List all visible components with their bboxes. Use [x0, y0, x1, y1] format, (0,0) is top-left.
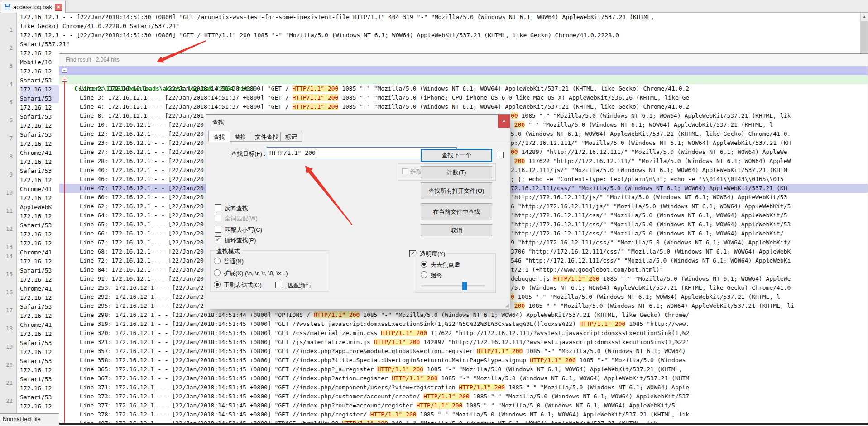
editor-line[interactable]: Safari/53: [20, 266, 52, 275]
find-next-button[interactable]: 查找下一个: [421, 149, 492, 162]
result-row[interactable]: Line 365: 172.16.12.1 - - [22/Jan/2018:1…: [59, 365, 868, 374]
resize-grip-icon[interactable]: ◢: [505, 302, 509, 308]
editor-line[interactable]: Safari/53: [20, 167, 52, 176]
editor-line[interactable]: Safari/53: [20, 302, 52, 311]
editor-line[interactable]: 172.16.12: [20, 158, 52, 167]
editor-line[interactable]: 172.16.12: [20, 121, 52, 130]
scroll-up-icon[interactable]: ▲: [861, 13, 868, 19]
dot-matches-newline-checkbox[interactable]: [275, 282, 282, 288]
editor-line[interactable]: 172.16.12: [20, 402, 52, 411]
dialog-tab-find-in-files[interactable]: 文件查找: [250, 132, 283, 142]
scrollbar-thumb[interactable]: [861, 21, 868, 53]
text-caret: [316, 149, 316, 156]
dialog-tab-find[interactable]: 查找: [208, 131, 230, 142]
dialog-tab-mark[interactable]: 标记: [280, 132, 302, 142]
wrap-around-checkbox[interactable]: [215, 236, 221, 243]
editor-line[interactable]: 172.16.12: [20, 330, 52, 339]
editor-vertical-scrollbar[interactable]: ▲: [860, 13, 868, 53]
result-row[interactable]: Line 373: 172.16.12.1 - - [22/Jan/2018:1…: [59, 392, 868, 401]
find-next-extra-checkbox[interactable]: [497, 152, 504, 158]
tab-access-log[interactable]: access.log.bak ✕: [1, 1, 66, 13]
editor-line[interactable]: 172.16.12: [20, 194, 52, 203]
editor-line[interactable]: Chrome/41: [20, 185, 52, 194]
mode-extended-radio[interactable]: [214, 269, 221, 276]
editor-line[interactable]: 172.16.12: [20, 257, 52, 266]
result-row[interactable]: Line 371: 172.16.12.1 - - [22/Jan/2018:1…: [59, 383, 868, 392]
editor-line[interactable]: 172.16.12: [20, 239, 52, 248]
transparency-slider-handle[interactable]: [462, 282, 467, 290]
editor-line[interactable]: Safari/53: [20, 375, 52, 384]
result-row[interactable]: Line 321: 172.16.12.1 - - [22/Jan/2018:1…: [59, 338, 868, 347]
editor-line[interactable]: Safari/53: [20, 393, 52, 402]
find-all-current-doc-button[interactable]: 在当前文件中查找: [421, 203, 492, 220]
count-button[interactable]: 计数(T): [421, 166, 492, 178]
result-row[interactable]: Line 298: 172.16.12.1 - - [22/Jan/2018:1…: [59, 311, 868, 320]
dialog-tab-replace[interactable]: 替换: [230, 132, 251, 142]
transparency-always-radio[interactable]: [421, 271, 427, 278]
editor-line[interactable]: 172.16.12: [20, 176, 52, 185]
editor-line[interactable]: 172.16.12: [20, 212, 52, 221]
editor-line[interactable]: like Gecko) Chrome/41.0.2228.0 Safari/53…: [20, 22, 179, 31]
editor-line[interactable]: Safari/53: [20, 94, 59, 103]
search-header-row[interactable]: Search "HTTP/1.1" 200" (2064 hits in 1 f…: [59, 66, 868, 75]
line-number: 8: [9, 152, 13, 161]
editor-line[interactable]: Safari/537.21": [20, 40, 70, 49]
tab-close-icon[interactable]: ✕: [55, 4, 62, 11]
transparency-checkbox[interactable]: [409, 250, 416, 257]
editor-line[interactable]: 172.16.12: [20, 230, 52, 239]
editor-line[interactable]: 172.16.12.1 - - [22/Jan/2018:14:51:30 +0…: [20, 31, 619, 40]
editor-line[interactable]: Safari/53: [20, 130, 52, 139]
find-dialog[interactable]: 查找 ✕ 查找 替换 文件查找 标记 查找目标(F) : HTTP/1.1" 2…: [206, 114, 510, 309]
result-row[interactable]: Line 320: 172.16.12.1 - - [22/Jan/2018:1…: [59, 329, 868, 338]
editor-line[interactable]: 172.16.12: [20, 311, 52, 321]
dialog-close-icon[interactable]: ✕: [498, 115, 510, 128]
result-row[interactable]: Line 377: 172.16.12.1 - - [22/Jan/2018:1…: [59, 401, 868, 410]
editor-line[interactable]: 172.16.12.1 - - [22/Jan/2018:14:51:30 +0…: [20, 13, 654, 22]
editor-line[interactable]: 172.16.12: [20, 293, 52, 302]
find-all-open-docs-button[interactable]: 查找所有打开文件(O): [421, 182, 492, 199]
editor-line[interactable]: 172.16.12: [20, 366, 52, 375]
match-case-checkbox[interactable]: [215, 226, 221, 233]
editor-line[interactable]: 172.16.12: [20, 103, 52, 112]
editor-line[interactable]: 172.16.12: [20, 67, 52, 76]
cancel-button[interactable]: 取消: [421, 224, 492, 236]
result-row[interactable]: Line 367: 172.16.12.1 - - [22/Jan/2018:1…: [59, 374, 868, 383]
editor-line[interactable]: Chrome/41: [20, 284, 52, 293]
editor-line[interactable]: 172.16.12: [20, 384, 52, 393]
transparency-slider-track[interactable]: [422, 285, 485, 287]
transparency-label: 透明度(Y): [418, 250, 447, 258]
result-row[interactable]: Line 3: 172.16.12.1 - - [22/Jan/2018:14:…: [59, 93, 868, 102]
editor-line[interactable]: Safari/53: [20, 221, 52, 230]
editor-line[interactable]: 172.16.12: [20, 85, 59, 94]
mode-normal-radio[interactable]: [214, 258, 221, 264]
fold-collapse-file-icon[interactable]: −: [62, 77, 67, 82]
editor-line[interactable]: 172.16.12: [20, 139, 52, 148]
line-number: 5: [9, 98, 13, 107]
editor-line[interactable]: Safari/53: [20, 76, 52, 85]
backward-direction-checkbox[interactable]: [215, 204, 221, 211]
editor-line[interactable]: Chrome/41: [20, 321, 52, 330]
fold-collapse-icon[interactable]: −: [62, 68, 67, 73]
result-row[interactable]: Line 357: 172.16.12.1 - - [22/Jan/2018:1…: [59, 347, 868, 356]
editor-line[interactable]: AppleWebK: [20, 203, 52, 212]
result-row[interactable]: Line 407: 172.16.12.1 - - [22/Jan/2018:1…: [59, 419, 868, 425]
result-row[interactable]: Line 378: 172.16.12.1 - - [22/Jan/2018:1…: [59, 410, 868, 419]
result-row[interactable]: Line 358: 172.16.12.1 - - [22/Jan/2018:1…: [59, 356, 868, 365]
editor-line[interactable]: 172.16.12: [20, 275, 52, 284]
result-row[interactable]: Line 4: 172.16.12.1 - - [22/Jan/2018:14:…: [59, 102, 868, 111]
editor-line[interactable]: Safari/53: [20, 112, 52, 121]
editor-line[interactable]: Chrome/41: [20, 148, 52, 158]
editor-line[interactable]: Safari/53: [20, 357, 52, 366]
editor-line[interactable]: Safari/53: [20, 339, 52, 348]
line-number: 11: [6, 206, 13, 215]
result-row[interactable]: Line 319: 172.16.12.1 - - [22/Jan/2018:1…: [59, 320, 868, 329]
result-row[interactable]: Line 2: 172.16.12.1 - - [22/Jan/2018:14:…: [59, 84, 868, 93]
transparency-on-losing-focus-radio[interactable]: [421, 261, 427, 268]
saved-file-icon: [5, 4, 10, 10]
editor-line[interactable]: Chrome/41: [20, 248, 52, 257]
editor-line[interactable]: 172.16.12: [20, 49, 52, 58]
editor-line[interactable]: 172.16.12: [20, 348, 52, 357]
mode-regex-radio[interactable]: [214, 281, 221, 288]
editor-line[interactable]: Mobile/10: [20, 58, 52, 67]
file-header-row[interactable]: C:\Users\11361\Downloads\access.log.bak …: [59, 75, 868, 84]
